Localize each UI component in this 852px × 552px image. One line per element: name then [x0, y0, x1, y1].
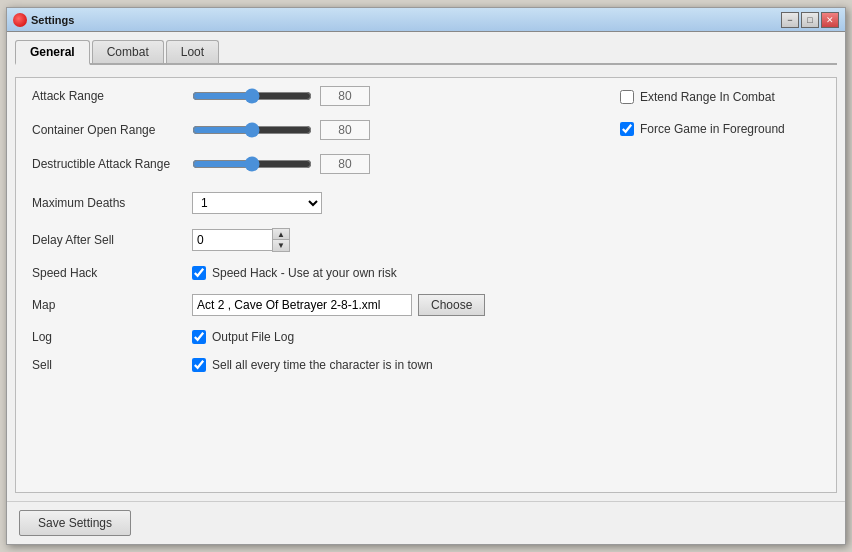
tab-bar: General Combat Loot — [15, 40, 837, 65]
maximize-button[interactable]: □ — [801, 12, 819, 28]
sell-row: Sell Sell all every time the character i… — [32, 358, 820, 372]
max-deaths-control: 1 2 3 4 5 Unlimited — [192, 192, 820, 214]
settings-panel: Attack Range 80 Container Open Range 80 — [15, 77, 837, 493]
destructible-range-slider[interactable] — [192, 156, 312, 172]
close-button[interactable]: ✕ — [821, 12, 839, 28]
destructible-range-row: Destructible Attack Range 80 — [32, 154, 600, 174]
title-bar: Settings − □ ✕ — [7, 8, 845, 32]
window-title: Settings — [31, 14, 74, 26]
content-area: General Combat Loot Attack Range 80 — [7, 32, 845, 501]
footer: Save Settings — [7, 501, 845, 544]
spin-buttons: ▲ ▼ — [272, 228, 290, 252]
speed-hack-control: Speed Hack - Use at your own risk — [192, 266, 820, 280]
log-checkbox-row: Output File Log — [192, 330, 294, 344]
extend-range-label: Extend Range In Combat — [640, 90, 775, 104]
attack-range-slider[interactable] — [192, 88, 312, 104]
log-row: Log Output File Log — [32, 330, 820, 344]
sell-checkbox-label: Sell all every time the character is in … — [212, 358, 433, 372]
extend-range-row: Extend Range In Combat — [620, 90, 820, 104]
save-settings-button[interactable]: Save Settings — [19, 510, 131, 536]
force-foreground-label: Force Game in Foreground — [640, 122, 785, 136]
title-bar-left: Settings — [13, 13, 74, 27]
log-checkbox-label: Output File Log — [212, 330, 294, 344]
attack-range-label: Attack Range — [32, 89, 192, 103]
max-deaths-label: Maximum Deaths — [32, 196, 192, 210]
sell-checkbox[interactable] — [192, 358, 206, 372]
minimize-button[interactable]: − — [781, 12, 799, 28]
extend-range-checkbox[interactable] — [620, 90, 634, 104]
max-deaths-select[interactable]: 1 2 3 4 5 Unlimited — [192, 192, 322, 214]
container-range-slider[interactable] — [192, 122, 312, 138]
spin-down-button[interactable]: ▼ — [273, 240, 289, 251]
delay-after-sell-row: Delay After Sell ▲ ▼ — [32, 228, 820, 252]
force-foreground-checkbox[interactable] — [620, 122, 634, 136]
choose-button[interactable]: Choose — [418, 294, 485, 316]
tab-loot[interactable]: Loot — [166, 40, 219, 63]
delay-after-sell-input[interactable] — [192, 229, 272, 251]
map-label: Map — [32, 298, 192, 312]
attack-range-value: 80 — [320, 86, 370, 106]
destructible-range-value: 80 — [320, 154, 370, 174]
max-deaths-row: Maximum Deaths 1 2 3 4 5 Unlimited — [32, 192, 820, 214]
title-controls: − □ ✕ — [781, 12, 839, 28]
destructible-range-control: 80 — [192, 154, 600, 174]
speed-hack-row: Speed Hack Speed Hack - Use at your own … — [32, 266, 820, 280]
tab-general[interactable]: General — [15, 40, 90, 65]
attack-range-control: 80 — [192, 86, 600, 106]
map-row: Map Choose — [32, 294, 820, 316]
settings-window: Settings − □ ✕ General Combat Loot Attac… — [6, 7, 846, 545]
log-control: Output File Log — [192, 330, 820, 344]
attack-range-row: Attack Range 80 — [32, 86, 600, 106]
delay-after-sell-label: Delay After Sell — [32, 233, 192, 247]
sell-control: Sell all every time the character is in … — [192, 358, 820, 372]
sell-checkbox-row: Sell all every time the character is in … — [192, 358, 433, 372]
log-checkbox[interactable] — [192, 330, 206, 344]
force-foreground-row: Force Game in Foreground — [620, 122, 820, 136]
container-range-row: Container Open Range 80 — [32, 120, 600, 140]
app-icon — [13, 13, 27, 27]
tab-combat[interactable]: Combat — [92, 40, 164, 63]
sell-label: Sell — [32, 358, 192, 372]
container-range-control: 80 — [192, 120, 600, 140]
speed-hack-checkbox[interactable] — [192, 266, 206, 280]
speed-hack-checkbox-label: Speed Hack - Use at your own risk — [212, 266, 397, 280]
map-control: Choose — [192, 294, 820, 316]
container-range-label: Container Open Range — [32, 123, 192, 137]
speed-hack-checkbox-row: Speed Hack - Use at your own risk — [192, 266, 397, 280]
spin-up-button[interactable]: ▲ — [273, 229, 289, 240]
speed-hack-label: Speed Hack — [32, 266, 192, 280]
destructible-range-label: Destructible Attack Range — [32, 157, 192, 171]
log-label: Log — [32, 330, 192, 344]
delay-after-sell-control: ▲ ▼ — [192, 228, 820, 252]
container-range-value: 80 — [320, 120, 370, 140]
map-input[interactable] — [192, 294, 412, 316]
